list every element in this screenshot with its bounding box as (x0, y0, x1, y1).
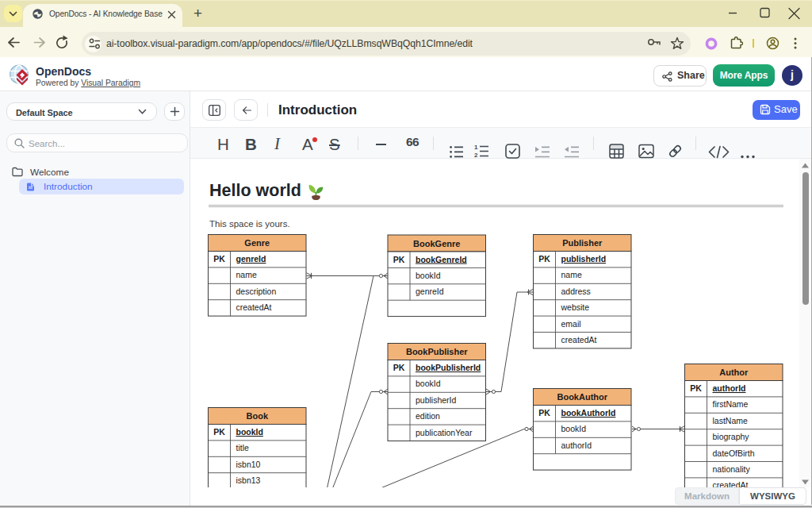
svg-text:genreId: genreId (236, 254, 266, 264)
svg-text:BookGenre: BookGenre (413, 239, 460, 248)
svg-text:createdAt: createdAt (713, 480, 749, 487)
svg-text:bookGenreId: bookGenreId (416, 255, 467, 264)
svg-text:authorId: authorId (713, 383, 746, 393)
svg-text:publisherId: publisherId (561, 254, 607, 264)
svg-text:description: description (236, 287, 277, 296)
svg-text:Book: Book (247, 411, 269, 421)
svg-text:firstName: firstName (713, 399, 749, 409)
svg-text:BookPublisher: BookPublisher (406, 347, 468, 356)
svg-text:createdAt: createdAt (561, 335, 597, 344)
svg-text:Author: Author (719, 368, 749, 377)
svg-text:bookAuthorId: bookAuthorId (561, 408, 616, 418)
svg-text:PK: PK (538, 408, 550, 418)
svg-text:Publisher: Publisher (562, 238, 603, 248)
svg-text:website: website (561, 302, 590, 312)
svg-text:name: name (236, 270, 257, 279)
svg-text:PK: PK (690, 383, 702, 393)
svg-text:2: 2 (474, 152, 478, 159)
svg-text:address: address (561, 287, 591, 296)
svg-text:Genre: Genre (244, 238, 270, 248)
svg-text:bookId: bookId (561, 424, 587, 433)
svg-text:PK: PK (393, 255, 405, 264)
svg-text:PK: PK (213, 427, 225, 437)
svg-text:publisherId: publisherId (416, 395, 457, 405)
svg-text:authorId: authorId (561, 441, 592, 450)
svg-text:title: title (236, 443, 250, 452)
svg-text:bookId: bookId (416, 271, 441, 280)
svg-text:BookAuthor: BookAuthor (557, 392, 607, 402)
svg-text:nationality: nationality (713, 464, 751, 474)
svg-text:bookId: bookId (416, 379, 441, 388)
svg-text:isbn10: isbn10 (236, 460, 261, 469)
svg-text:1: 1 (474, 144, 478, 151)
svg-text:isbn13: isbn13 (236, 475, 261, 485)
svg-text:PK: PK (393, 363, 405, 372)
svg-text:name: name (561, 270, 582, 279)
svg-text:bookPublisherId: bookPublisherId (416, 363, 481, 372)
svg-text:PK: PK (213, 254, 225, 264)
svg-text:edition: edition (416, 411, 440, 421)
svg-text:bookId: bookId (236, 427, 263, 437)
svg-text:lastName: lastName (713, 416, 749, 425)
svg-text:PK: PK (538, 254, 550, 264)
svg-text:email: email (561, 319, 581, 329)
svg-text:genreId: genreId (416, 287, 444, 296)
svg-text:dateOfBirth: dateOfBirth (713, 448, 755, 458)
svg-text:biography: biography (713, 432, 750, 441)
svg-text:createdAt: createdAt (236, 302, 272, 312)
svg-text:publicationYear: publicationYear (416, 428, 473, 437)
